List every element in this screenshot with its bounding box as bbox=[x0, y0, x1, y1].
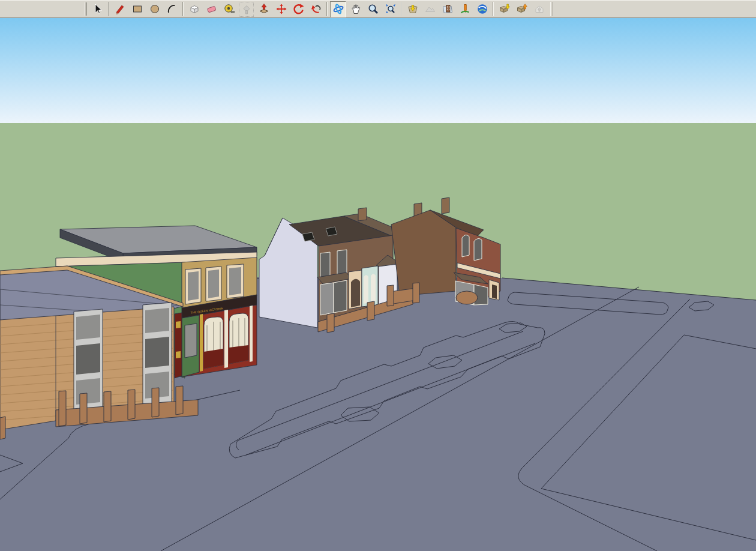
tool-line-button[interactable] bbox=[112, 1, 128, 17]
tool-google-earth-button[interactable] bbox=[474, 1, 490, 17]
tool-eraser-button[interactable] bbox=[203, 1, 220, 17]
toolbar-separator bbox=[182, 2, 184, 16]
add-building-icon bbox=[459, 3, 471, 15]
share-component-icon bbox=[533, 3, 545, 15]
tool-zoom-extents-button[interactable] bbox=[382, 1, 398, 17]
add-location-icon bbox=[407, 3, 419, 15]
toolbar-separator bbox=[401, 2, 402, 16]
tool-tape-measure-button[interactable] bbox=[221, 1, 237, 17]
tool-pan-button[interactable] bbox=[347, 1, 364, 17]
circle-icon bbox=[149, 3, 161, 15]
tool-select-button[interactable] bbox=[89, 1, 106, 17]
tool-zoom-button[interactable] bbox=[365, 1, 381, 17]
tool-orbit-button[interactable] bbox=[330, 1, 346, 17]
zoom-extents-icon bbox=[385, 3, 397, 15]
sky bbox=[0, 18, 756, 123]
pan-icon bbox=[350, 3, 362, 15]
tool-toggle-terrain-button[interactable] bbox=[422, 1, 438, 17]
tool-share-component-button[interactable] bbox=[531, 1, 547, 17]
toolbar-separator bbox=[108, 2, 109, 16]
toolbar-end-ridge bbox=[550, 2, 553, 16]
tool-add-location-button[interactable] bbox=[404, 1, 421, 17]
orbit-icon bbox=[332, 3, 344, 15]
share-model-icon bbox=[516, 3, 528, 15]
photo-textures-icon bbox=[442, 3, 454, 15]
tool-photo-textures-button[interactable] bbox=[439, 1, 455, 17]
toolbar-grip[interactable] bbox=[85, 2, 87, 16]
line-icon bbox=[114, 3, 126, 15]
tape-measure-icon bbox=[223, 3, 235, 15]
model-viewport[interactable]: THE QUEEN VICTORIA bbox=[0, 18, 756, 551]
make-component-icon bbox=[188, 3, 200, 15]
google-earth-icon bbox=[476, 3, 488, 15]
main-toolbar bbox=[0, 0, 756, 18]
tool-make-component-button[interactable] bbox=[186, 1, 202, 17]
rotate-icon bbox=[293, 3, 305, 15]
rectangle-icon bbox=[131, 3, 143, 15]
get-models-icon bbox=[499, 3, 511, 15]
tool-circle-button[interactable] bbox=[146, 1, 163, 17]
tool-share-model-button[interactable] bbox=[514, 1, 530, 17]
arc-icon bbox=[166, 3, 178, 15]
move-icon bbox=[275, 3, 287, 15]
tool-rotate-button[interactable] bbox=[290, 1, 307, 17]
zoom-icon bbox=[367, 3, 379, 15]
tool-push-pull-button[interactable] bbox=[256, 1, 272, 17]
toggle-terrain-icon bbox=[424, 3, 436, 15]
tool-paint-bucket-button[interactable] bbox=[238, 1, 254, 17]
tool-rectangle-button[interactable] bbox=[129, 1, 145, 17]
toolbar-empty-area bbox=[0, 1, 85, 17]
offset-icon bbox=[310, 3, 322, 15]
toolbar-separator bbox=[493, 2, 494, 16]
tool-add-building-button[interactable] bbox=[457, 1, 473, 17]
tool-arc-button[interactable] bbox=[164, 1, 180, 17]
tool-move-button[interactable] bbox=[273, 1, 289, 17]
paint-bucket-icon bbox=[241, 3, 253, 15]
eraser-icon bbox=[206, 3, 218, 15]
toolbar-separator bbox=[326, 2, 328, 16]
tool-get-models-button[interactable] bbox=[496, 1, 512, 17]
push-pull-icon bbox=[258, 3, 270, 15]
select-icon bbox=[92, 3, 104, 15]
tool-offset-button[interactable] bbox=[308, 1, 324, 17]
